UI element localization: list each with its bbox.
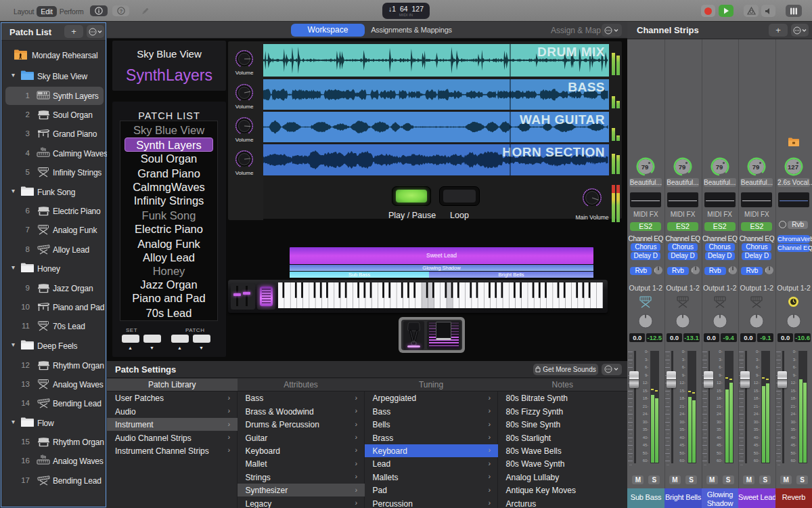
- svg-text:?: ?: [119, 8, 122, 14]
- svg-text:79: 79: [715, 163, 723, 171]
- svg-text:79: 79: [641, 163, 649, 171]
- svg-text:79: 79: [752, 163, 760, 171]
- svg-text:79: 79: [679, 163, 686, 171]
- svg-text:127: 127: [788, 163, 798, 171]
